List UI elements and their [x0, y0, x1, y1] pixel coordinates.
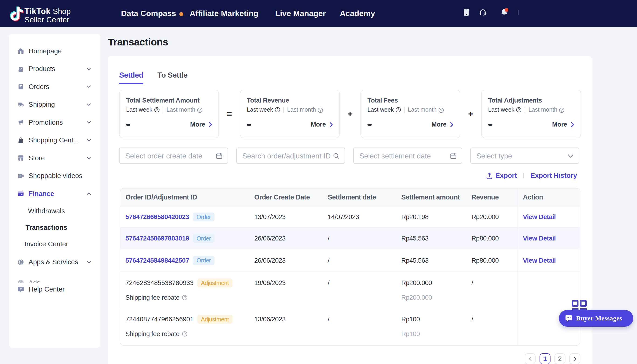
- svg-text:?: ?: [20, 287, 22, 291]
